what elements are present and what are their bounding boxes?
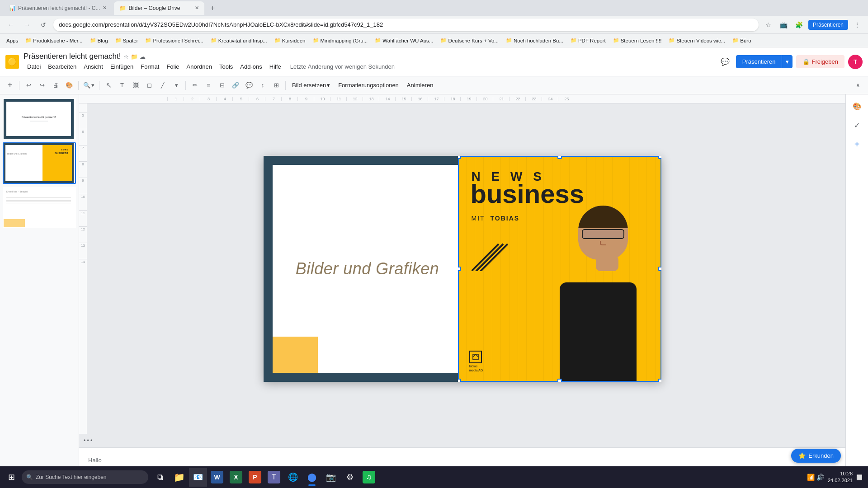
slide-yellow-panel[interactable]: N E W S business MIT TOBIAS xyxy=(458,156,661,382)
nav-forward-button[interactable]: → xyxy=(21,19,33,31)
bookmark-buero[interactable]: 📁 Büro xyxy=(730,37,754,44)
taskbar-time[interactable]: 10:28 24.02.2021 xyxy=(828,470,853,484)
bookmark-wahlfaecher[interactable]: 📁 Wahlfächer WU Aus... xyxy=(372,37,436,44)
present-button[interactable]: Präsentieren ▾ xyxy=(736,55,793,68)
panel-mit-text: MIT xyxy=(472,215,485,222)
tab-add-button[interactable]: + xyxy=(206,2,219,14)
toolbar-accessibility-button[interactable]: ⊞ xyxy=(270,79,283,92)
toolbar-animieren[interactable]: Animieren xyxy=(403,80,437,90)
toolbar-pencil-button[interactable]: ✏ xyxy=(189,79,201,92)
bookmark-pdf[interactable]: 📁 PDF Report xyxy=(568,37,609,44)
taskbar-app-camera[interactable]: 📷 xyxy=(322,468,340,487)
bookmark-produktsuche[interactable]: 📁 Produktsuche - Mer... xyxy=(23,37,85,44)
taskbar-app-taskview[interactable]: ⧉ xyxy=(151,468,169,487)
taskbar-app-teams[interactable]: T xyxy=(265,468,283,487)
right-panel-check-button[interactable]: ✓ xyxy=(849,117,865,133)
slide-canvas[interactable]: Bilder und Grafiken N E W S business MIT… xyxy=(264,156,661,382)
taskbar-app-explorer[interactable]: 📁 xyxy=(170,468,188,487)
bookmark-mindmapping[interactable]: 📁 Mindmapping (Gru... xyxy=(310,37,371,44)
menu-ansicht[interactable]: Ansicht xyxy=(80,62,107,71)
start-button[interactable]: ⊞ xyxy=(2,468,21,487)
explore-button[interactable]: ⭐ Erkunden xyxy=(791,449,841,463)
toolbar-align-button[interactable]: ≡ xyxy=(202,79,215,92)
toolbar-redo-button[interactable]: ↪ xyxy=(36,79,48,92)
menu-anordnen[interactable]: Anordnen xyxy=(183,62,216,71)
tab-drive[interactable]: 📁 Bilder – Google Drive ✕ xyxy=(114,1,204,15)
toolbar-collapse-button[interactable]: ∧ xyxy=(852,79,864,92)
autosave-status: Letzte Änderung vor wenigen Sekunden xyxy=(287,62,398,71)
toolbar-add-button[interactable]: + xyxy=(4,79,16,92)
bookmark-star-button[interactable]: ☆ xyxy=(762,19,775,31)
toolbar-comment-button[interactable]: 💬 xyxy=(243,79,255,92)
toolbar-zoom[interactable]: 🔍 ▾ xyxy=(81,81,96,89)
cloud-icon[interactable]: ☁ xyxy=(140,53,146,60)
taskbar-app-chrome[interactable]: ⬤ xyxy=(303,468,321,487)
network-icon[interactable]: 📶 xyxy=(807,474,815,481)
tab-slides[interactable]: 📊 Präsentieren leicht gemacht! - C... ✕ xyxy=(4,1,112,15)
toolbar-lines-button[interactable]: ╱ xyxy=(156,79,169,92)
right-panel-theme-button[interactable]: 🎨 xyxy=(849,98,865,114)
menu-addons[interactable]: Add-ons xyxy=(236,62,265,71)
taskbar-app-spotify[interactable]: ♫ xyxy=(360,468,378,487)
toolbar-image-button[interactable]: 🖼 xyxy=(129,79,142,92)
show-desktop-button[interactable]: ⬜ xyxy=(856,474,863,480)
browser-menu-button[interactable]: ⋮ xyxy=(851,19,863,31)
menu-folie[interactable]: Folie xyxy=(163,62,183,71)
toolbar-formatierungsoptionen[interactable]: Formatierungsoptionen xyxy=(335,80,402,90)
nav-back-button[interactable]: ← xyxy=(5,19,17,31)
folder-icon[interactable]: 📁 xyxy=(131,53,138,60)
bookmark-kursideen[interactable]: 📁 Kursideen xyxy=(272,37,308,44)
toolbar-line-dropdown[interactable]: ▾ xyxy=(170,79,183,92)
taskbar-app-edge[interactable]: 🌐 xyxy=(284,468,302,487)
bookmark-professionell[interactable]: 📁 Professionell Schrei... xyxy=(142,37,206,44)
taskbar-app-excel[interactable]: X xyxy=(227,468,245,487)
toolbar-distribute-button[interactable]: ⊟ xyxy=(216,79,228,92)
toolbar-print-button[interactable]: 🖨 xyxy=(49,79,62,92)
bookmark-blog[interactable]: 📁 Blog xyxy=(87,37,111,44)
present-main[interactable]: Präsentieren xyxy=(736,55,782,68)
slide-thumb-3[interactable]: 3 Erste Folie – Beispiel xyxy=(3,187,76,228)
menu-tools[interactable]: Tools xyxy=(216,62,236,71)
right-panel-add-button[interactable]: + xyxy=(849,136,865,152)
tab-slides-close[interactable]: ✕ xyxy=(103,5,107,11)
bookmark-apps[interactable]: Apps xyxy=(4,37,21,44)
toolbar-cursor-button[interactable]: ↖ xyxy=(102,79,115,92)
toolbar-bild-ersetzen[interactable]: Bild ersetzen ▾ xyxy=(288,80,334,90)
bookmark-kreativitaet[interactable]: 📁 Kreativität und Insp... xyxy=(208,37,270,44)
toolbar-paint-button[interactable]: 🎨 xyxy=(63,79,75,92)
toolbar-textbox-button[interactable]: T xyxy=(116,79,128,92)
volume-icon[interactable]: 🔊 xyxy=(816,474,824,481)
slide-thumb-1[interactable]: 1 Präsentieren leicht gemacht! xyxy=(3,98,76,140)
bookmark-steuern-videos[interactable]: 📁 Steuern Videos wic... xyxy=(666,37,728,44)
screen-cast-button[interactable]: 📺 xyxy=(778,19,790,31)
toolbar-shapes-button[interactable]: ◻ xyxy=(143,79,156,92)
pause-button[interactable]: Präsentieren xyxy=(808,20,848,30)
toolbar-move-button[interactable]: ↕ xyxy=(256,79,269,92)
menu-datei[interactable]: Datei xyxy=(24,62,44,71)
present-arrow[interactable]: ▾ xyxy=(782,55,793,68)
menu-bearbeiten[interactable]: Bearbeiten xyxy=(44,62,80,71)
tab-drive-close[interactable]: ✕ xyxy=(195,5,199,11)
taskbar-app-powerpoint[interactable]: P xyxy=(246,468,264,487)
taskbar-app-settings[interactable]: ⚙ xyxy=(341,468,359,487)
share-button[interactable]: 🔒 Freigeben xyxy=(796,55,844,68)
nav-refresh-button[interactable]: ↺ xyxy=(37,19,50,31)
toolbar-undo-button[interactable]: ↩ xyxy=(22,79,35,92)
bookmark-steuern-lesen[interactable]: 📁 Steuern Lesen !!!! xyxy=(610,37,665,44)
bookmark-deutsche[interactable]: 📁 Deutsche Kurs + Vo... xyxy=(438,37,501,44)
menu-einfuegen[interactable]: Einfügen xyxy=(107,62,137,71)
extensions-button[interactable]: 🧩 xyxy=(793,19,806,31)
taskbar-app-word[interactable]: W xyxy=(208,468,226,487)
slide-thumb-2[interactable]: 2 NEWS business Bilder und Grafiken xyxy=(3,142,76,184)
menu-hilfe[interactable]: Hilfe xyxy=(266,62,285,71)
menu-format[interactable]: Format xyxy=(137,62,163,71)
comments-button[interactable]: 💬 xyxy=(718,55,732,69)
bookmark-spaeter[interactable]: 📁 Später xyxy=(113,37,141,44)
star-icon[interactable]: ☆ xyxy=(123,53,129,60)
address-input[interactable] xyxy=(53,19,759,31)
bookmark-hochladen[interactable]: 📁 Noch hochladen Bu... xyxy=(503,37,566,44)
taskbar-app-mail[interactable]: 📧 xyxy=(189,468,207,487)
user-avatar[interactable]: T xyxy=(848,55,863,69)
toolbar-link-button[interactable]: 🔗 xyxy=(229,79,242,92)
taskbar-search[interactable]: 🔍 Zur Suche Text hier eingeben xyxy=(22,470,148,484)
